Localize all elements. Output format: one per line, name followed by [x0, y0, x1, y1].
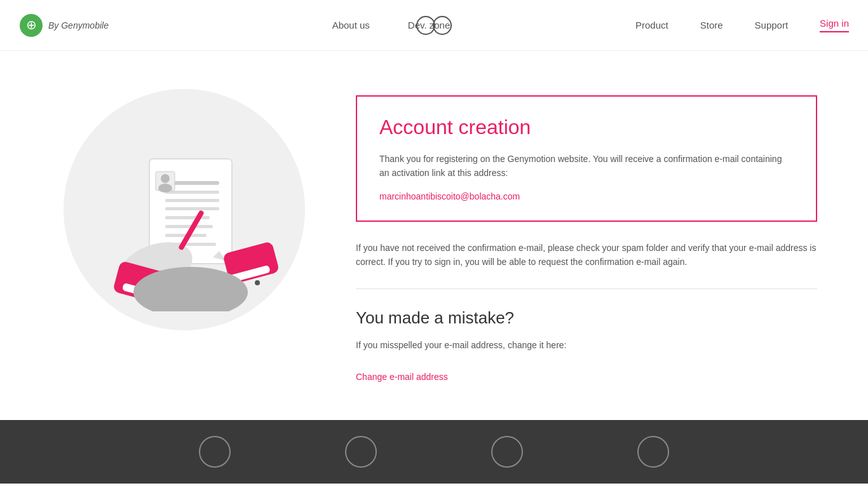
footer-icon-3	[491, 436, 523, 468]
svg-point-22	[255, 280, 260, 285]
svg-point-13	[158, 184, 172, 193]
illustration-svg	[83, 108, 286, 311]
svg-rect-4	[165, 191, 219, 194]
main-content: Account creation Thank you for registeri…	[0, 51, 868, 420]
divider	[356, 288, 817, 289]
svg-rect-5	[165, 199, 219, 202]
illustration-area	[51, 89, 318, 330]
info-text: If you have not received the confirmatio…	[356, 241, 817, 269]
navbar-right-links: Product Store Support Sign in	[635, 18, 849, 32]
nav-support[interactable]: Support	[755, 20, 789, 30]
svg-rect-6	[165, 207, 219, 210]
footer-icon-4	[637, 436, 669, 468]
mistake-title: You made a mistake?	[356, 308, 817, 328]
nav-product[interactable]: Product	[635, 20, 668, 30]
logo-icon: ⊕	[19, 13, 43, 37]
mistake-text: If you misspelled your e-mail address, c…	[356, 338, 817, 352]
svg-rect-8	[165, 225, 213, 228]
svg-point-12	[161, 174, 170, 183]
right-content: Account creation Thank you for registeri…	[356, 89, 817, 382]
email-address[interactable]: marcinhoantibiscoito@bolacha.com	[379, 191, 520, 201]
svg-rect-7	[165, 216, 210, 219]
illustration-circle	[64, 89, 305, 330]
navbar: ⊕ By Genymobile About us Dev. zone Produ…	[0, 0, 868, 51]
svg-text:⊕: ⊕	[26, 18, 37, 32]
footer-icon-2	[345, 436, 377, 468]
nav-store[interactable]: Store	[700, 20, 723, 30]
circle-right	[433, 16, 452, 35]
account-creation-box: Account creation Thank you for registeri…	[356, 95, 817, 222]
nav-about-us[interactable]: About us	[332, 20, 370, 30]
navbar-logo-circles	[416, 16, 452, 35]
account-creation-text: Thank you for registering on the Genymot…	[379, 152, 794, 180]
navbar-logo-area: ⊕ By Genymobile	[19, 13, 109, 37]
account-creation-title: Account creation	[379, 116, 794, 139]
footer-icon-1	[199, 436, 231, 468]
logo-text: By Genymobile	[48, 20, 109, 30]
change-email-link[interactable]: Change e-mail address	[356, 372, 448, 382]
svg-rect-3	[172, 181, 219, 185]
nav-sign-in[interactable]: Sign in	[820, 18, 849, 32]
footer	[0, 420, 868, 484]
